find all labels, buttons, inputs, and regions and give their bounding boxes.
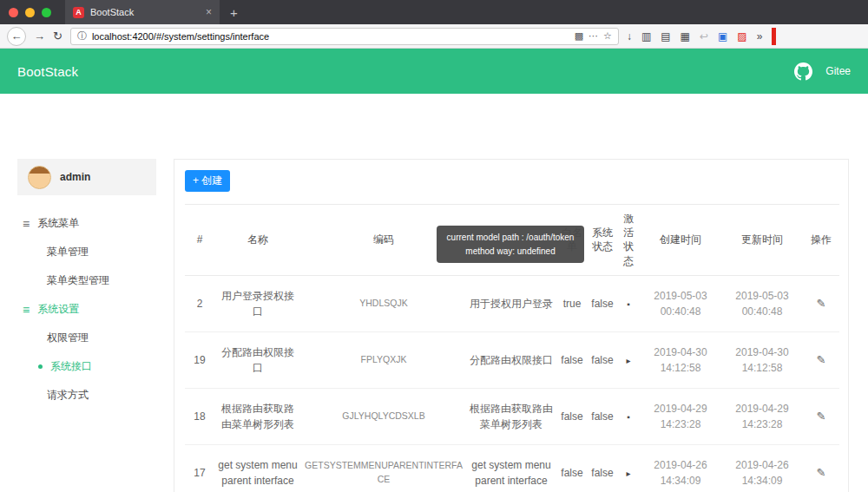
cell-id: 19 xyxy=(185,331,214,388)
cell-id: 2 xyxy=(185,275,214,331)
window-controls xyxy=(9,8,51,17)
gitee-link[interactable]: Gitee xyxy=(825,65,851,77)
sidebar-item-label: 系统设置 xyxy=(37,302,79,317)
cell-code: FPLYQXJK xyxy=(301,331,466,388)
sidebar-toggle-icon[interactable]: ▤ xyxy=(661,30,670,43)
col-header-name: 名称 xyxy=(214,205,301,276)
screenshot-extension-icon[interactable]: ▣ xyxy=(718,30,727,43)
page-actions-icon[interactable]: ⋯ xyxy=(589,30,598,42)
cell-updated: 2019-04-26 14:34:09 xyxy=(721,444,803,492)
table-row: 19 分配路由权限接口 FPLYQXJK 分配路由权限接口 false fals… xyxy=(185,331,839,388)
sidebar-item-label: 菜单类型管理 xyxy=(47,273,109,288)
cell-system-state: false xyxy=(588,331,617,388)
sidebar-menu: ≡ 系统菜单 菜单管理 菜单类型管理 ≡ 系统设置 权限管理 系统接口 请求方式 xyxy=(17,209,156,410)
cell-id: 18 xyxy=(185,388,214,444)
create-button[interactable]: + 创建 xyxy=(185,170,230,192)
col-header-system-state: 系统状态 xyxy=(588,205,617,276)
col-header-created: 创建时间 xyxy=(640,205,721,276)
cell-whitelist: true xyxy=(556,275,588,331)
cell-system-state: false xyxy=(588,388,617,444)
sidebar-item-system-interface[interactable]: 系统接口 xyxy=(17,352,156,381)
sidebar-item-permission-manage[interactable]: 权限管理 xyxy=(17,324,156,352)
user-card: admin xyxy=(17,159,156,195)
toolbar-icons: ↓ ▥ ▤ ▦ ↩ ▣ ▨ » xyxy=(627,30,762,43)
library-icon[interactable]: ▥ xyxy=(641,30,651,43)
cell-created: 2019-05-03 00:40:48 xyxy=(640,275,721,331)
browser-tab-strip: A BootStack × + xyxy=(0,0,868,24)
site-info-icon[interactable]: ⓘ xyxy=(77,30,87,43)
app-header: BootStack Gitee xyxy=(0,49,868,94)
sidebar: admin ≡ 系统菜单 菜单管理 菜单类型管理 ≡ 系统设置 权限管理 系统接… xyxy=(17,159,156,410)
cell-whitelist: false xyxy=(556,331,588,388)
cell-desc: get system menu parent interface xyxy=(466,444,556,492)
reader-mode-icon[interactable]: ▩ xyxy=(575,30,583,42)
active-state-toggle[interactable]: ▸ xyxy=(626,469,630,478)
active-state-toggle[interactable]: ▪ xyxy=(627,299,630,309)
cell-name: 分配路由权限接口 xyxy=(214,331,301,388)
cell-code: GJLYHQLYCDSXLB xyxy=(301,388,466,444)
cell-name: 根据路由获取路由菜单树形列表 xyxy=(214,388,301,444)
col-header-id: # xyxy=(185,205,214,276)
cell-code: GETSYSTEMMENUPARENTINTERFACE xyxy=(301,444,466,492)
sidebar-item-menu-type-manage[interactable]: 菜单类型管理 xyxy=(17,266,156,295)
cell-name: 用户登录授权接口 xyxy=(214,275,301,331)
github-icon[interactable] xyxy=(794,62,812,81)
sidebar-item-request-method[interactable]: 请求方式 xyxy=(17,381,156,410)
menu-hamburger-icon: ≡ xyxy=(23,218,30,230)
sidebar-item-menu-manage[interactable]: 菜单管理 xyxy=(17,238,156,266)
table-row: 18 根据路由获取路由菜单树形列表 GJLYHQLYCDSXLB 根据路由获取路… xyxy=(185,388,839,444)
edit-button[interactable]: ✎ xyxy=(817,466,826,479)
cell-whitelist: false xyxy=(556,388,588,444)
cell-code: YHDLSQJK xyxy=(301,275,466,331)
active-state-toggle[interactable]: ▸ xyxy=(626,356,630,365)
tooltip: current model path : /oauth/token method… xyxy=(437,226,584,263)
back-button[interactable]: ← xyxy=(7,27,26,46)
browser-navbar: ← → ↻ ⓘ localhost:4200/#/system/settings… xyxy=(0,24,868,49)
menu-hamburger-icon: ≡ xyxy=(23,304,30,316)
cell-whitelist: false xyxy=(556,444,588,492)
cell-system-state: false xyxy=(588,444,617,492)
sidebar-item-system-menu[interactable]: ≡ 系统菜单 xyxy=(17,209,156,238)
downloads-icon[interactable]: ↓ xyxy=(627,30,632,43)
sidebar-item-label: 系统接口 xyxy=(50,359,92,374)
cell-updated: 2019-04-30 14:12:58 xyxy=(721,331,803,388)
table-row: 2 用户登录授权接口 YHDLSQJK 用于授权用户登录 true false … xyxy=(185,275,839,331)
sidebar-item-label: 请求方式 xyxy=(47,388,89,403)
extension-edge-icon[interactable] xyxy=(772,28,776,45)
url-bar[interactable]: ⓘ localhost:4200/#/system/settings/inter… xyxy=(70,28,619,45)
reload-button[interactable]: ↻ xyxy=(53,30,62,42)
username: admin xyxy=(60,171,90,183)
close-window-button[interactable] xyxy=(9,8,18,17)
tab-close-icon[interactable]: × xyxy=(206,6,212,18)
cell-updated: 2019-04-29 14:23:28 xyxy=(721,388,803,444)
pdf-extension-icon[interactable]: ▨ xyxy=(737,30,746,43)
table-row: 17 get system menu parent interface GETS… xyxy=(185,444,839,492)
active-state-toggle[interactable]: ▪ xyxy=(627,412,630,422)
col-header-active-state: 激活状态 xyxy=(617,205,640,276)
forward-button[interactable]: → xyxy=(34,30,45,42)
cell-created: 2019-04-26 14:34:09 xyxy=(640,444,721,492)
active-dot-icon xyxy=(38,364,43,369)
minimize-window-button[interactable] xyxy=(25,8,35,17)
tooltip-line2: method way: undefined xyxy=(442,245,579,259)
browser-tab[interactable]: A BootStack × xyxy=(65,0,220,24)
highlights-icon[interactable]: ▦ xyxy=(681,30,690,43)
edit-button[interactable]: ✎ xyxy=(817,410,826,423)
tab-favicon-icon: A xyxy=(73,7,84,18)
edit-button[interactable]: ✎ xyxy=(817,297,826,310)
cell-desc: 用于授权用户登录 xyxy=(466,275,556,331)
undo-icon[interactable]: ↩ xyxy=(700,30,708,43)
sidebar-item-system-settings[interactable]: ≡ 系统设置 xyxy=(17,295,156,324)
overflow-menu-icon[interactable]: » xyxy=(757,30,763,43)
col-header-actions: 操作 xyxy=(803,205,839,276)
tooltip-line1: current model path : /oauth/token xyxy=(442,231,579,245)
bookmark-star-icon[interactable]: ☆ xyxy=(603,30,612,42)
sidebar-item-label: 权限管理 xyxy=(47,331,89,345)
brand-logo[interactable]: BootStack xyxy=(17,64,78,79)
tab-title: BootStack xyxy=(90,7,200,17)
cell-updated: 2019-05-03 00:40:48 xyxy=(721,275,803,331)
zoom-window-button[interactable] xyxy=(42,8,51,17)
new-tab-button[interactable]: + xyxy=(230,5,238,20)
cell-desc: 分配路由权限接口 xyxy=(466,331,556,388)
edit-button[interactable]: ✎ xyxy=(817,353,826,366)
